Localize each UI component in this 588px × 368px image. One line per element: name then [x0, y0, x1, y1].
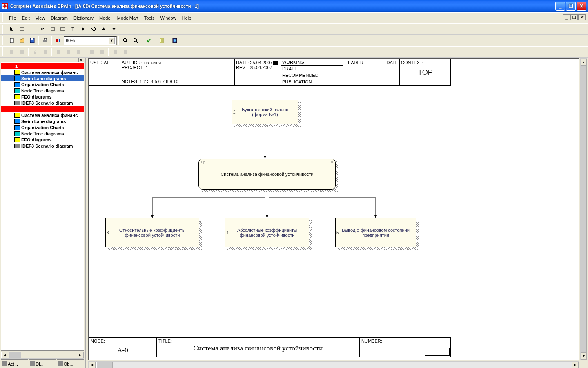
toolbar-standard: 80% ▼	[0, 35, 588, 46]
tree-item[interactable]: Swim Lane diagrams	[1, 118, 84, 124]
box-tool-icon[interactable]	[48, 25, 57, 34]
svg-rect-23	[77, 50, 80, 54]
diagram-canvas[interactable]: USED AT: AUTHOR: наталья PROJECT: 1 NOTE…	[88, 58, 579, 360]
tree-item[interactable]: Система анализа финанс	[1, 112, 84, 118]
svg-rect-25	[100, 50, 104, 54]
tree-item[interactable]: Система анализа финанс	[1, 69, 84, 75]
menu-diagram[interactable]: Diagram	[48, 14, 71, 22]
menu-file[interactable]: File	[6, 14, 19, 22]
tree-item[interactable]: Organization Charts	[1, 81, 84, 88]
menu-dictionary[interactable]: Dictionary	[71, 14, 96, 22]
undo-tool-icon[interactable]	[89, 25, 98, 34]
modelmart-icon[interactable]	[170, 36, 179, 45]
svg-rect-0	[20, 27, 24, 31]
scroll-thumb[interactable]	[96, 362, 113, 368]
canvas-vscrollbar[interactable]: ▲ ▼	[580, 58, 587, 360]
svg-text:T: T	[71, 27, 74, 31]
scroll-right-icon[interactable]: ►	[77, 352, 84, 358]
node-main[interactable]: 0p. 0 Система анализа финансовой устойчи…	[198, 159, 336, 190]
menu-window[interactable]: Window	[158, 14, 179, 22]
text-tool-icon[interactable]: T	[68, 25, 78, 34]
down-tool-icon[interactable]	[109, 25, 118, 34]
canvas-hscrollbar[interactable]: ◄ ►	[88, 361, 579, 368]
pointer-tool-icon[interactable]	[7, 25, 16, 34]
node-input[interactable]: 2 Бухгалтерский баланс (форма №1)	[232, 100, 298, 124]
toolbar-grip[interactable]	[2, 25, 4, 34]
svg-rect-1	[51, 27, 54, 31]
maximize-button[interactable]: ❐	[566, 2, 576, 11]
svg-rect-18	[20, 50, 24, 54]
minimize-button[interactable]: _	[555, 2, 565, 11]
up-tool-icon[interactable]	[99, 25, 108, 34]
arrow-tool-icon[interactable]	[27, 25, 37, 34]
open-icon[interactable]	[17, 36, 27, 45]
diagram-header: USED AT: AUTHOR: наталья PROJECT: 1 NOTE…	[89, 59, 451, 86]
tab-diagrams[interactable]: Di...	[29, 359, 56, 368]
zoomin-icon[interactable]	[120, 36, 130, 45]
dropdown-icon[interactable]: ▼	[109, 37, 115, 44]
toolbar-grip[interactable]	[2, 36, 4, 45]
tab-objects[interactable]: Ob...	[57, 359, 84, 368]
mm-btn-11	[120, 47, 130, 56]
save-icon[interactable]	[27, 36, 37, 45]
svg-rect-5	[10, 38, 13, 43]
mm-btn-8	[87, 47, 96, 56]
svg-rect-19	[34, 52, 36, 54]
tree-item[interactable]: FEO diagrams	[1, 137, 84, 143]
menu-modelmart[interactable]: ModelMart	[114, 14, 141, 22]
scroll-right-icon[interactable]: ►	[572, 362, 579, 368]
scroll-thumb[interactable]	[9, 352, 21, 358]
menu-tools[interactable]: Tools	[141, 14, 158, 22]
node-out2[interactable]: 4 Абсолютные коэффициенты финансовой уст…	[225, 218, 309, 247]
palette-icon[interactable]	[53, 36, 63, 45]
scroll-left-icon[interactable]: ◄	[1, 352, 8, 358]
zoom-combo[interactable]: 80% ▼	[64, 36, 117, 45]
print-icon[interactable]	[40, 36, 50, 45]
check-icon[interactable]	[144, 36, 153, 45]
model-explorer: ✕ -1Система анализа финансSwim Lane diag…	[0, 58, 86, 368]
svg-rect-27	[124, 50, 127, 54]
tree-item[interactable]: Node Tree diagrams	[1, 88, 84, 94]
scroll-thumb[interactable]	[581, 66, 587, 353]
node-out1[interactable]: 3 Относительные коэффициенты финансовой …	[105, 218, 199, 247]
tree-item[interactable]: Organization Charts	[1, 124, 84, 130]
scroll-up-icon[interactable]: ▲	[581, 59, 587, 66]
menu-view[interactable]: View	[33, 14, 48, 22]
tree-item[interactable]: -	[1, 106, 84, 112]
tree-item[interactable]: Node Tree diagrams	[1, 130, 84, 137]
tree-hscrollbar[interactable]: ◄ ►	[1, 352, 84, 359]
zoomfit-icon[interactable]	[131, 36, 140, 45]
tree-item[interactable]: IDEF3 Scenario diagram	[1, 143, 84, 149]
menu-model[interactable]: Model	[96, 14, 114, 22]
svg-rect-21	[57, 50, 60, 54]
rect-tool-icon[interactable]	[17, 25, 27, 34]
scroll-left-icon[interactable]: ◄	[89, 362, 96, 368]
tree-item[interactable]: IDEF3 Scenario diagram	[1, 100, 84, 106]
tree-item[interactable]: FEO diagrams	[1, 94, 84, 100]
scroll-down-icon[interactable]: ▼	[581, 353, 587, 360]
svg-rect-20	[44, 50, 47, 54]
squiggle-tool-icon[interactable]	[38, 25, 47, 34]
tab-activities[interactable]: Act...	[1, 359, 28, 368]
menu-edit[interactable]: Edit	[19, 14, 33, 22]
menu-help[interactable]: Help	[179, 14, 194, 22]
toolbar-grip[interactable]	[2, 47, 4, 56]
svg-rect-3	[62, 28, 62, 30]
diagram-footer: NODE: A-0 TITLE: Система анализа финансо…	[89, 337, 451, 357]
mdi-close-button[interactable]: ✕	[578, 14, 586, 20]
node-out3[interactable]: 5 Вывод о финансовом состоянии предприят…	[335, 218, 416, 247]
mdi-minimize-button[interactable]: _	[563, 14, 570, 20]
new-icon[interactable]	[7, 36, 16, 45]
report-icon[interactable]	[157, 36, 166, 45]
mm-lock-icon	[30, 47, 40, 56]
toolbar-grip[interactable]	[2, 13, 4, 22]
model-tree[interactable]: -1Система анализа финансSwim Lane diagra…	[1, 62, 84, 351]
tree-item[interactable]: Swim Lane diagrams	[1, 75, 84, 81]
mm-btn-2	[17, 47, 27, 56]
close-button[interactable]: ✕	[577, 2, 586, 11]
play-tool-icon[interactable]	[78, 25, 88, 34]
tree-item[interactable]: -1	[1, 63, 84, 69]
handle-tool-icon[interactable]	[58, 25, 67, 34]
mdi-restore-button[interactable]: ❐	[570, 14, 578, 20]
mm-btn-1	[7, 47, 16, 56]
